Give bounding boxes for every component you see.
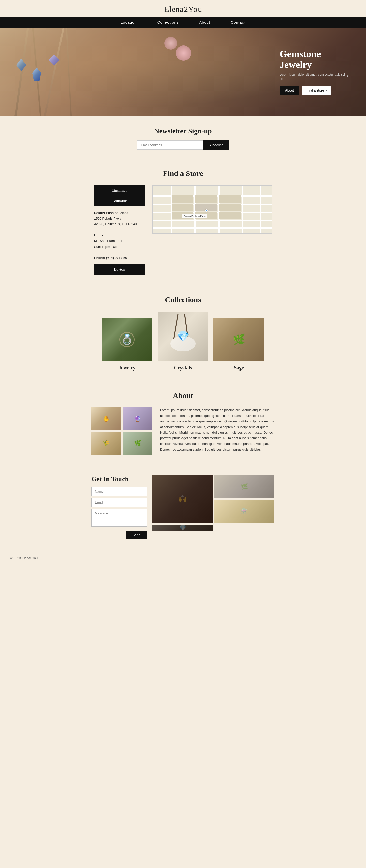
about-heading: About [15,391,351,400]
subscribe-button[interactable]: Subscribe [203,140,229,150]
contact-image-4: 💎 [152,525,213,531]
sage-label: Sage [214,365,264,371]
collections-heading: Collections [5,296,361,304]
contact-message-input[interactable] [92,509,147,527]
about-text: Lorem ipsum dolor sit amet, consectetur … [160,407,274,453]
contact-email-input[interactable] [92,498,147,507]
email-input[interactable] [137,140,203,150]
about-image-2: 🔮 [123,407,152,430]
hero-content: Gemstone Jewelry Lorem ipsum dolor sit a… [280,39,366,105]
collection-crystals[interactable]: 💎 Crystals [158,312,208,371]
collections-grid: 💍 Jewelry 💎 Crystals [5,312,361,371]
newsletter-section: Newsletter Sign-up Subscribe [0,116,366,159]
nav-location[interactable]: Location [120,20,137,24]
store-layout: Cincinnati Columbus Polaris Fashion Plac… [94,185,272,275]
hero-section: Gemstone Jewelry Lorem ipsum dolor sit a… [0,28,366,116]
collection-jewelry[interactable]: 💍 Jewelry [102,318,152,371]
hero-description: Lorem ipsum dolor sit amet, consectetur … [280,73,351,81]
hero-buttons: About Find a store › [280,86,351,95]
collection-sage[interactable]: 🌿 Sage [214,318,264,371]
find-store-heading: Find a Store [5,169,361,178]
store-address-2: #2026, Columbus, OH 43240 [94,221,145,227]
hero-findstore-button[interactable]: Find a store › [302,86,331,95]
send-button[interactable]: Send [126,531,147,539]
map-container[interactable]: Polaris Fashion Place [152,185,272,234]
site-header: Elena2You [0,0,366,17]
jewelry-image: 💍 [102,318,152,361]
sage-image: 🌿 [214,318,264,361]
tab-columbus[interactable]: Columbus [94,196,145,206]
newsletter-heading: Newsletter Sign-up [5,127,361,135]
newsletter-form: Subscribe [5,140,361,150]
nav-about[interactable]: About [199,20,210,24]
contact-images: 🙌 🌿 ⚗️ 💎 [152,475,274,531]
contact-image-2: 🌿 [214,475,274,498]
store-name: Polaris Fashion Place [94,210,145,216]
hours-label: Hours: [94,233,105,237]
hero-about-button[interactable]: About [280,86,299,95]
about-images: ✋ 🔮 🌾 🌿 [92,407,152,455]
contact-heading: Get In Touch [92,475,147,483]
contact-image-1: 🙌 [152,475,213,523]
site-footer: © 2023 Elena2You [0,552,366,564]
hours-weekday: M - Sat: 11am - 8pm [94,238,145,244]
about-image-1: ✋ [92,407,121,430]
tab-dayton[interactable]: Dayton [94,264,145,275]
hours-sunday: Sun: 12pm - 6pm [94,244,145,250]
contact-name-input[interactable] [92,487,147,496]
crystals-label: Crystals [158,365,208,371]
site-logo: Elena2You [0,5,366,14]
nav-collections[interactable]: Collections [157,20,179,24]
main-nav: Location Collections About Contact [0,17,366,28]
jewelry-label: Jewelry [102,365,152,371]
phone-label: Phone: [94,256,105,260]
footer-copyright: © 2023 Elena2You [10,556,38,560]
about-section: About ✋ 🔮 🌾 🌿 Lorem ipsum dolor sit amet… [0,381,366,465]
contact-section: Get In Touch Send 🙌 🌿 ⚗️ 💎 [0,465,366,552]
find-store-section: Find a Store Cincinnati Columbus Polaris… [0,159,366,285]
tab-cincinnati[interactable]: Cincinnati [94,185,145,196]
about-image-4: 🌿 [123,432,152,455]
arrow-icon: › [326,88,327,92]
hero-title: Gemstone Jewelry [280,49,351,70]
about-image-3: 🌾 [92,432,121,455]
about-layout: ✋ 🔮 🌾 🌿 Lorem ipsum dolor sit amet, cons… [92,407,274,455]
contact-image-3: ⚗️ [214,500,274,523]
nav-contact[interactable]: Contact [231,20,246,24]
store-address-1: 1500 Polaris Pkwy [94,216,145,221]
phone-number: (614) 974-8501 [106,256,129,260]
contact-layout: Get In Touch Send 🙌 🌿 ⚗️ 💎 [92,475,274,539]
crystals-image: 💎 [158,312,208,361]
contact-form-area: Get In Touch Send [92,475,147,539]
store-tabs: Cincinnati Columbus Polaris Fashion Plac… [94,185,145,275]
collections-section: Collections 💍 Jewelry 💎 [0,285,366,381]
store-info: Polaris Fashion Place 1500 Polaris Pkwy … [94,210,145,261]
